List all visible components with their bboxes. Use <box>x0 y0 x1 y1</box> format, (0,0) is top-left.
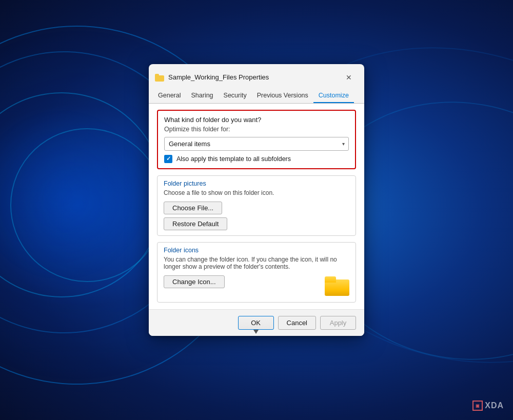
ok-button[interactable]: OK <box>238 316 274 330</box>
change-icon-area: Change Icon... <box>164 275 317 288</box>
subfolders-checkbox-row: Also apply this template to all subfolde… <box>164 155 349 163</box>
restore-default-button[interactable]: Restore Default <box>164 217 227 230</box>
properties-dialog: Sample_Working_Files Properties ✕ Genera… <box>149 64 364 336</box>
dialog-title: Sample_Working_Files Properties <box>168 73 338 81</box>
subfolders-checkbox-label: Also apply this template to all subfolde… <box>176 155 291 163</box>
folder-icons-section: Folder icons You can change the folder i… <box>157 242 356 303</box>
tab-bar: General Sharing Security Previous Versio… <box>149 89 364 104</box>
folder-icon-display-row: Change Icon... <box>164 275 349 296</box>
choose-file-button[interactable]: Choose File... <box>164 202 222 214</box>
dialog-overlay: Sample_Working_Files Properties ✕ Genera… <box>0 0 513 420</box>
folder-pictures-section: Folder pictures Choose a file to show on… <box>157 175 356 236</box>
folder-icons-header: Folder icons <box>164 247 349 254</box>
title-bar: Sample_Working_Files Properties ✕ <box>149 64 364 89</box>
tab-previous-versions[interactable]: Previous Versions <box>252 89 313 103</box>
folder-type-dropdown[interactable]: General items Documents Pictures Music V… <box>164 137 349 151</box>
folder-pictures-buttons: Choose File... Restore Default <box>164 202 349 230</box>
folder-icons-desc: You can change the folder icon. If you c… <box>164 256 349 270</box>
tab-sharing[interactable]: Sharing <box>186 89 218 103</box>
dialog-footer: OK Cancel Apply <box>149 309 364 336</box>
folder-pictures-header: Folder pictures <box>164 180 349 187</box>
subfolders-checkbox[interactable] <box>164 155 172 163</box>
tab-general[interactable]: General <box>153 89 186 103</box>
optimize-label: Optimize this folder for: <box>164 126 349 133</box>
tab-customize[interactable]: Customize <box>313 89 354 103</box>
apply-button: Apply <box>320 316 356 330</box>
folder-preview-icon <box>325 275 349 296</box>
change-icon-button[interactable]: Change Icon... <box>164 275 225 288</box>
folder-icon-titlebar <box>155 73 164 82</box>
folder-pictures-desc: Choose a file to show on this folder ico… <box>164 189 349 196</box>
close-button[interactable]: ✕ <box>342 70 356 85</box>
cancel-button[interactable]: Cancel <box>278 316 316 330</box>
dialog-content: What kind of folder do you want? Optimiz… <box>149 104 364 309</box>
folder-type-heading: What kind of folder do you want? <box>164 116 349 124</box>
tab-security[interactable]: Security <box>219 89 252 103</box>
cursor-indicator <box>253 330 259 334</box>
dropdown-container: General items Documents Pictures Music V… <box>164 137 349 151</box>
folder-type-section: What kind of folder do you want? Optimiz… <box>157 110 356 169</box>
